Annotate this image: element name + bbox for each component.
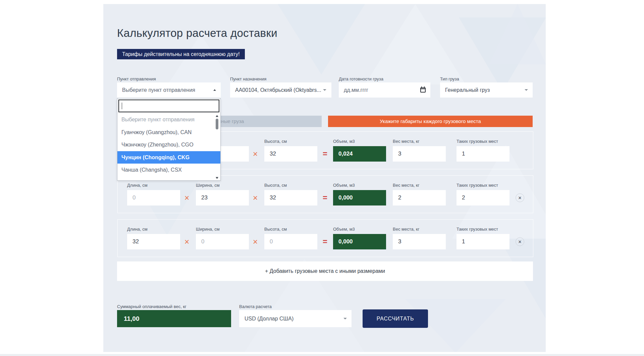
- origin-option[interactable]: Гуанчжоу (Guangzhou), CAN: [117, 126, 220, 139]
- chevron-down-icon: [343, 318, 347, 319]
- weight-label: Вес места, кг: [393, 183, 419, 188]
- cargo-row: Длина, см 0 × Ширина, см 23 × Высота, см…: [117, 175, 533, 213]
- origin-option[interactable]: Выберите пункт отправления: [117, 113, 220, 126]
- length-label: Длина, см: [127, 227, 148, 232]
- origin-option[interactable]: Чунцин (Chongqing), CKG: [117, 151, 220, 164]
- close-icon: ✕: [518, 239, 522, 244]
- length-label: Длина, см: [127, 183, 148, 188]
- volume-output: 0,000: [333, 234, 386, 249]
- currency-label: Валюта расчета: [239, 304, 272, 309]
- origin-search-input[interactable]: [118, 100, 219, 112]
- destination-field: Пункт назначения АА00104, Октябрьский (O…: [230, 76, 331, 81]
- volume-output: 0,024: [333, 146, 386, 162]
- origin-option[interactable]: Чанша (Changsha), CSX: [117, 164, 220, 176]
- count-label: Таких грузовых мест: [457, 139, 498, 144]
- height-label: Высота, см: [264, 183, 287, 188]
- count-input[interactable]: 1: [457, 146, 509, 162]
- scrollbar-thumb[interactable]: [216, 119, 218, 129]
- scroll-up-icon[interactable]: [216, 115, 218, 117]
- height-label: Высота, см: [264, 227, 287, 232]
- count-label: Таких грузовых мест: [457, 183, 498, 188]
- equals-icon: =: [323, 237, 327, 246]
- origin-field: Пункт отправления Выберите пункт отправл…: [117, 76, 221, 81]
- weight-input[interactable]: 3: [393, 146, 446, 162]
- origin-option[interactable]: Чжэнчжоу (Zhengzhou), CGO: [117, 138, 220, 151]
- calendar-icon[interactable]: [420, 87, 426, 93]
- origin-select[interactable]: Выберите пункт отправления: [117, 82, 221, 98]
- multiply-icon: ×: [253, 193, 258, 203]
- cargo-type-field: Тип груза Генеральный груз: [440, 76, 533, 81]
- height-input[interactable]: 0: [264, 234, 317, 249]
- tab-cargo-dimensions[interactable]: Укажите габариты каждого грузового места: [328, 116, 533, 127]
- volume-label: Объем, м3: [333, 139, 355, 144]
- height-input[interactable]: 32: [264, 190, 317, 205]
- ready-date-placeholder: дд.мм.гггг: [344, 87, 368, 93]
- chevron-up-icon: [213, 89, 216, 91]
- calculate-button[interactable]: РАССЧИТАТЬ: [363, 309, 428, 328]
- total-weight-output: 11,00: [117, 310, 231, 327]
- multiply-icon: ×: [184, 237, 190, 247]
- origin-select-value: Выберите пункт отправления: [122, 87, 195, 93]
- ready-date-label: Дата готовности груза: [339, 76, 430, 81]
- weight-label: Вес места, кг: [393, 139, 419, 144]
- multiply-icon: ×: [184, 193, 190, 203]
- destination-label: Пункт назначения: [230, 76, 331, 81]
- height-label: Высота, см: [264, 139, 287, 144]
- volume-output: 0,000: [333, 190, 386, 205]
- page-title: Калькулятор расчета доставки: [117, 27, 277, 40]
- count-input[interactable]: 2: [457, 190, 509, 205]
- scroll-down-icon[interactable]: [216, 177, 218, 179]
- origin-dropdown: Выберите пункт отправления Гуанчжоу (Gua…: [117, 98, 221, 181]
- width-label: Ширина, см: [196, 183, 220, 188]
- length-input[interactable]: 0: [127, 190, 180, 205]
- multiply-icon: ×: [253, 149, 258, 159]
- equals-icon: =: [323, 149, 327, 159]
- width-input[interactable]: 0: [196, 234, 249, 249]
- equals-icon: =: [323, 193, 327, 202]
- calculator-panel: Калькулятор расчета доставки Тарифы дейс…: [103, 4, 546, 352]
- currency-value: USD (Доллар США): [245, 316, 293, 322]
- volume-label: Объем, м3: [333, 183, 355, 188]
- origin-option[interactable]: Чэнду (Chengdu), CTU: [117, 176, 220, 181]
- add-cargo-row-button[interactable]: + Добавить грузовые места с иными размер…: [117, 261, 533, 281]
- ready-date-input[interactable]: дд.мм.гггг: [339, 82, 430, 98]
- dropdown-scrollbar[interactable]: [215, 114, 219, 180]
- total-weight-label: Суммарный оплачиваемый вес, кг: [117, 304, 186, 309]
- remove-row-button[interactable]: ✕: [516, 237, 524, 246]
- weight-label: Вес места, кг: [393, 227, 419, 232]
- currency-select[interactable]: USD (Доллар США): [239, 310, 352, 327]
- text-caret: [122, 103, 122, 109]
- cargo-type-value: Генеральный груз: [445, 87, 490, 93]
- ready-date-field: Дата готовности груза дд.мм.гггг: [339, 76, 430, 81]
- count-input[interactable]: 1: [457, 234, 509, 249]
- width-label: Ширина, см: [196, 227, 220, 232]
- height-input[interactable]: 32: [264, 146, 317, 162]
- weight-input[interactable]: 3: [393, 234, 446, 249]
- multiply-icon: ×: [253, 237, 258, 247]
- origin-label: Пункт отправления: [117, 76, 221, 81]
- remove-row-button[interactable]: ✕: [516, 193, 524, 202]
- count-label: Таких грузовых мест: [457, 227, 498, 232]
- destination-select[interactable]: АА00104, Октябрьский (Oktyabrs...: [230, 82, 331, 98]
- cargo-type-label: Тип груза: [440, 76, 533, 81]
- width-input[interactable]: 23: [196, 190, 249, 205]
- tariff-notice-badge: Тарифы действительны на сегодняшнюю дату…: [117, 49, 245, 59]
- destination-select-value: АА00104, Октябрьский (Oktyabrs...: [235, 87, 321, 93]
- next-section-edge: [0, 354, 644, 356]
- cargo-type-select[interactable]: Генеральный груз: [440, 82, 533, 98]
- chevron-down-icon: [323, 89, 326, 91]
- length-input[interactable]: 32: [127, 234, 180, 249]
- origin-options-list: Выберите пункт отправления Гуанчжоу (Gua…: [117, 113, 220, 180]
- chevron-down-icon: [525, 89, 528, 91]
- weight-input[interactable]: 2: [393, 190, 446, 205]
- close-icon: ✕: [518, 195, 522, 200]
- cargo-row: Длина, см 32 × Ширина, см 0 × Высота, см…: [117, 219, 533, 257]
- volume-label: Объем, м3: [333, 227, 355, 232]
